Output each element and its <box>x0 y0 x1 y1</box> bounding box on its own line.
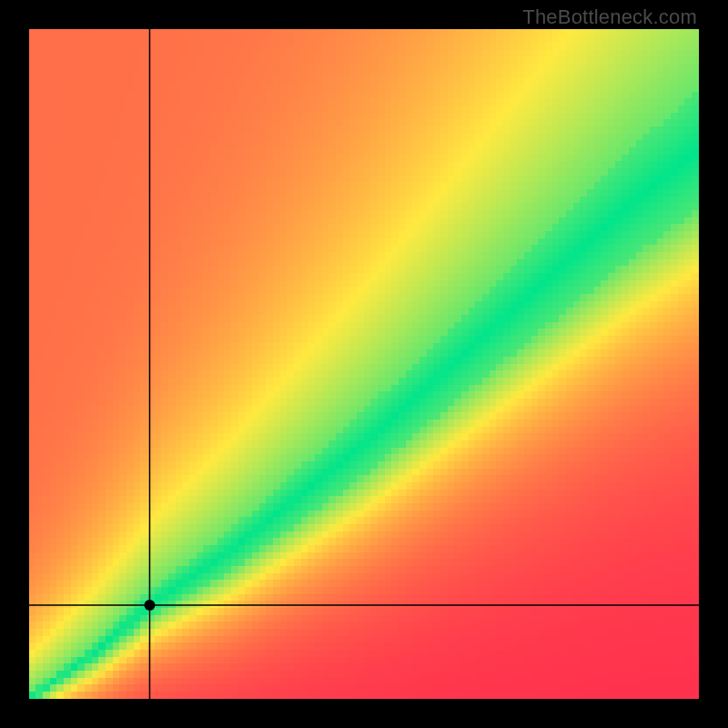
bottleneck-heatmap <box>29 29 699 699</box>
chart-frame: TheBottleneck.com <box>0 0 728 728</box>
plot-area <box>29 29 699 699</box>
attribution-text: TheBottleneck.com <box>522 5 697 29</box>
